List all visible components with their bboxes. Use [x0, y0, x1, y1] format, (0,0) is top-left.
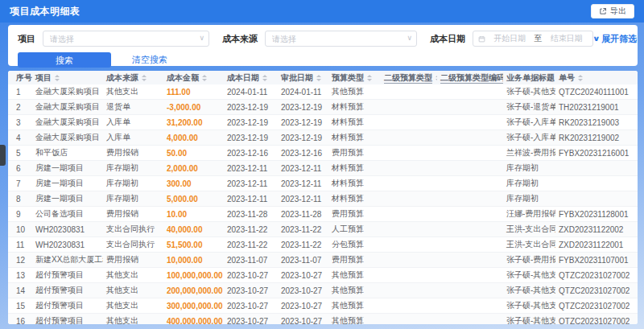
column-header[interactable]: 二级预算类型 [381, 71, 437, 84]
start-date-placeholder[interactable]: 开始日期 [489, 33, 531, 44]
table-cell [381, 146, 437, 161]
table-cell: 2023-11-22 [224, 237, 278, 253]
end-date-placeholder[interactable]: 结束日期 [546, 33, 588, 44]
column-header[interactable]: 预算类型 [328, 71, 381, 84]
sort-icon[interactable] [262, 75, 267, 81]
table-cell [555, 176, 638, 191]
table-cell: 库存期初 [103, 161, 163, 176]
sort-icon[interactable] [436, 75, 437, 81]
table-cell: 10 [8, 222, 32, 237]
sort-icon[interactable] [316, 75, 321, 81]
table-row[interactable]: 2金融大厦采购项目退货单-3,000.002023-12-192023-12-1… [8, 100, 638, 115]
table-cell: 2023-10-27 [224, 283, 278, 298]
table-cell: 房建一期项目 [32, 161, 103, 176]
table-cell: 费用报销 [103, 146, 163, 161]
search-button[interactable]: 搜索 [18, 52, 111, 68]
table-cell: 材料预算 [328, 161, 381, 176]
column-header[interactable]: 单号 [555, 71, 638, 84]
table-cell: 16 [8, 314, 32, 325]
table-row[interactable]: 6房建一期项目库存期初2,000.002023-12-112023-12-11材… [8, 161, 638, 176]
table-row[interactable]: 3金融大厦采购项目入库单31,200.002023-12-192023-12-1… [8, 115, 638, 130]
cost-date-range-input[interactable]: 开始日期 至 结束日期 [473, 31, 593, 47]
table-cell: -3,000.00 [163, 100, 224, 115]
sort-icon[interactable] [202, 75, 207, 81]
table-cell: 超付预警项目 [32, 283, 103, 298]
table-cell: ZXD20231122001 [555, 237, 638, 253]
table-row[interactable]: 9公司备选项目费用报销10.002023-11-282023-11-28费用预算… [8, 207, 638, 222]
table-row[interactable]: 13超付预警项目其他支出100,000,000.002023-10-272023… [8, 268, 638, 283]
table-row[interactable]: 15超付预警项目其他支出300,000,000.002023-10-272023… [8, 298, 638, 314]
column-header[interactable]: 项目 [32, 71, 103, 84]
table-cell: 300,000,000.00 [163, 298, 224, 314]
table-row[interactable]: 5和平饭店费用报销50.002023-12-162023-12-16费用预算兰祥… [8, 146, 638, 161]
column-header[interactable]: 成本来源 [103, 71, 163, 84]
table-cell: WH20230831 [32, 237, 103, 253]
table-row[interactable]: 16超付预警项目其他支出400,000,000.002023-10-272023… [8, 314, 638, 325]
table-cell: 材料预算 [328, 130, 381, 146]
table-cell [381, 176, 437, 191]
table-cell: 金融大厦采购项目 [32, 84, 103, 100]
column-header[interactable]: 审批日期 [278, 71, 328, 84]
table-cell: 2024-01-11 [278, 84, 328, 100]
table-row[interactable]: 8房建一期项目库存期初5,000.002023-12-112023-12-11材… [8, 191, 638, 207]
table-cell: 2023-11-22 [278, 237, 328, 253]
clear-search-link[interactable]: 清空搜索 [132, 54, 167, 66]
cost-source-filter: 成本来源 ∨ [222, 31, 417, 47]
sort-icon[interactable] [55, 75, 60, 81]
table-row[interactable]: 7房建一期项目库存期初300.002023-12-112023-12-11材料预… [8, 176, 638, 191]
table-cell: 2023-12-11 [278, 176, 328, 191]
table-cell: 材料预算 [328, 191, 381, 207]
sort-icon[interactable] [367, 75, 372, 81]
table-cell: 2023-10-27 [278, 314, 328, 325]
table-cell: 金融大厦采购项目 [32, 130, 103, 146]
table-row[interactable]: 12新建XX总部大厦工程二期费用报销10,000.002023-11-07202… [8, 253, 638, 268]
page-title: 项目成本明细表 [10, 5, 80, 19]
expand-filter-link[interactable]: ∨ 展开筛选 [593, 33, 637, 45]
table-cell [381, 298, 437, 314]
table-cell: 其他预算 [328, 298, 381, 314]
table-cell: 2023-12-19 [278, 130, 328, 146]
table-cell: 2023-12-19 [224, 100, 278, 115]
table-cell: 2023-11-22 [278, 222, 328, 237]
cost-source-select[interactable] [265, 31, 417, 47]
table-cell: 10.00 [163, 207, 224, 222]
table-cell: 2023-12-11 [224, 161, 278, 176]
table-cell: 2023-10-27 [278, 283, 328, 298]
table-panel: 序号项目成本来源成本金额成本日期审批日期预算类型二级预算类型二级预算类型编码业务… [8, 71, 638, 324]
table-cell: 张子硕-入库单 [503, 130, 555, 146]
table-row[interactable]: 10WH20230831支出合同执行40,000.002023-11-22202… [8, 222, 638, 237]
table-row[interactable]: 11WH20230831支出合同执行51,500.002023-11-22202… [8, 237, 638, 253]
column-header[interactable]: 业务单据标题 [503, 71, 555, 84]
column-header[interactable]: 二级预算类型编码 [437, 71, 503, 84]
project-select[interactable] [43, 31, 209, 47]
table-cell: 张子硕-其他支出 [503, 283, 555, 298]
filter-row: 项目 ∨ 成本来源 ∨ 成本日期 开始日期 [18, 31, 628, 47]
table-cell: 张子硕-其他支出 [503, 268, 555, 283]
column-header[interactable]: 成本日期 [224, 71, 278, 84]
table-cell: 材料预算 [328, 115, 381, 130]
table-header: 序号项目成本来源成本金额成本日期审批日期预算类型二级预算类型二级预算类型编码业务… [8, 71, 638, 84]
column-header[interactable]: 成本金额 [163, 71, 224, 84]
table-cell: 2023-12-11 [224, 176, 278, 191]
table-cell: 费用报销 [103, 253, 163, 268]
filter-actions: 搜索 清空搜索 [18, 52, 628, 68]
sort-icon[interactable] [578, 75, 583, 81]
table-cell: 其他预算 [328, 84, 381, 100]
table-cell: 库存期初 [503, 176, 555, 191]
table-cell [555, 161, 638, 176]
drawer-handle[interactable] [0, 145, 6, 166]
table-cell: 2024-01-11 [224, 84, 278, 100]
table-cell: 人工预算 [328, 222, 381, 237]
sort-icon[interactable] [142, 75, 147, 81]
table-cell: 金融大厦采购项目 [32, 115, 103, 130]
table-cell: 张子硕-其他支出 [503, 298, 555, 314]
table-cell [437, 253, 503, 268]
table-cell: 2023-12-19 [224, 115, 278, 130]
export-button[interactable]: 导出 [591, 4, 634, 19]
table-row[interactable]: 4金融大厦采购项目入库单4,000.002023-12-192023-12-19… [8, 130, 638, 146]
table-cell: 超付预警项目 [32, 268, 103, 283]
table-body: 1金融大厦采购项目其他支出111.002024-01-112024-01-11其… [8, 84, 638, 324]
table-row[interactable]: 1金融大厦采购项目其他支出111.002024-01-112024-01-11其… [8, 84, 638, 100]
table-cell: 张子硕-退货单 [503, 100, 555, 115]
table-row[interactable]: 14超付预警项目其他支出200,000,000.002023-10-272023… [8, 283, 638, 298]
